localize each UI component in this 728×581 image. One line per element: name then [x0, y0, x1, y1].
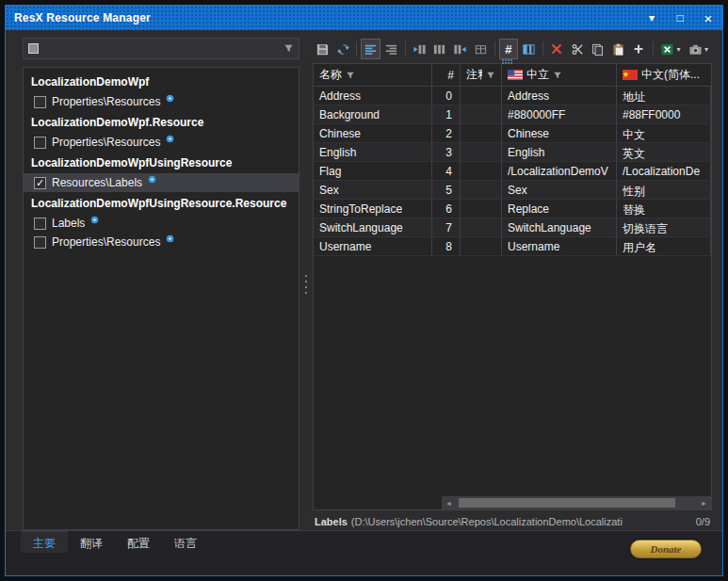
table-cell[interactable]: 4	[432, 162, 461, 180]
table-cell[interactable]: English	[314, 143, 432, 161]
table-cell[interactable]: Sex	[502, 181, 617, 199]
table-cell[interactable]: Replace	[502, 200, 617, 218]
filter-funnel-icon[interactable]	[486, 71, 495, 80]
table-cell[interactable]: Sex	[314, 181, 432, 199]
table-cell[interactable]: 0	[432, 87, 461, 105]
table-cell[interactable]: 5	[432, 181, 461, 199]
tree-item-checkbox[interactable]	[34, 137, 46, 149]
table-cell[interactable]	[461, 181, 502, 199]
table-cell[interactable]: Chinese	[314, 124, 432, 142]
maximize-button[interactable]: □	[666, 6, 694, 30]
horizontal-scrollbar[interactable]: ◄ ►	[442, 496, 711, 509]
tree-item-checkbox[interactable]: ✓	[34, 177, 46, 189]
tree-project-label[interactable]: LocalizationDemoWpfUsingResource.Resourc…	[24, 192, 299, 214]
tree-item-checkbox[interactable]	[34, 218, 46, 230]
table-cell[interactable]: 7	[432, 218, 461, 236]
table-cell[interactable]: 8	[432, 237, 461, 255]
table-row[interactable]: Username8Username用户名	[314, 237, 711, 256]
table-row[interactable]: English3English英文	[314, 143, 711, 162]
tree-filter-box[interactable]	[23, 38, 299, 59]
grid-options-button[interactable]	[471, 39, 491, 59]
table-cell[interactable]	[461, 87, 502, 105]
move-column-left-button[interactable]	[410, 39, 429, 59]
column-layout-button[interactable]	[430, 39, 450, 59]
bottom-tab-0[interactable]: 主要	[21, 531, 68, 553]
table-cell[interactable]: 1	[432, 105, 461, 123]
table-row[interactable]: SwitchLanguage7SwitchLanguage切换语言	[314, 218, 711, 237]
tree-item[interactable]: Properties\Resources	[24, 233, 299, 251]
table-cell[interactable]: 2	[432, 124, 461, 142]
table-row[interactable]: StringToReplace6Replace替换	[314, 200, 711, 218]
title-bar[interactable]: ResX Resource Manager ▾ □ ×	[6, 6, 722, 30]
table-cell[interactable]: Flag	[314, 162, 432, 180]
scrollbar-thumb[interactable]	[459, 498, 675, 508]
column-header[interactable]: #	[432, 64, 461, 86]
table-cell[interactable]: 中文	[617, 124, 711, 142]
scroll-left-arrow[interactable]: ◄	[442, 496, 456, 509]
excel-export-button[interactable]: ▾	[657, 39, 685, 59]
bottom-tab-3[interactable]: 语言	[162, 531, 209, 553]
add-entry-button[interactable]	[629, 39, 649, 59]
toolbar-grip[interactable]	[502, 59, 513, 65]
resource-tree[interactable]: LocalizationDemoWpfProperties\ResourcesL…	[23, 67, 299, 530]
tree-project-label[interactable]: LocalizationDemoWpf.Resource	[24, 111, 299, 133]
column-header[interactable]: 注释	[461, 64, 502, 86]
paste-button[interactable]	[608, 39, 628, 59]
column-header[interactable]: 中立	[502, 64, 617, 86]
table-cell[interactable]: 用户名	[617, 237, 711, 255]
align-right-toggle-button[interactable]	[381, 39, 401, 59]
table-cell[interactable]: English	[502, 143, 617, 161]
table-cell[interactable]: SwitchLanguage	[314, 218, 432, 236]
table-cell[interactable]: 3	[432, 143, 461, 161]
table-row[interactable]: Address0Address地址	[314, 87, 711, 105]
table-row[interactable]: Sex5Sex性别	[314, 181, 711, 200]
table-cell[interactable]	[461, 162, 502, 180]
table-cell[interactable]: Username	[314, 237, 432, 255]
table-cell[interactable]: #88FF0000	[617, 105, 711, 123]
table-cell[interactable]: Address	[314, 87, 432, 105]
table-cell[interactable]: #880000FF	[502, 105, 617, 123]
delete-button[interactable]	[547, 39, 567, 59]
filter-option-icon[interactable]	[28, 43, 39, 54]
table-row[interactable]: Background1#880000FF#88FF0000	[314, 105, 711, 124]
tree-filter-input[interactable]	[39, 42, 283, 56]
filter-funnel-icon[interactable]	[346, 71, 355, 80]
save-button[interactable]	[313, 39, 332, 59]
table-cell[interactable]: 切换语言	[617, 218, 711, 236]
copy-button[interactable]	[588, 39, 607, 59]
refresh-button[interactable]	[333, 39, 353, 59]
bottom-tab-2[interactable]: 配置	[115, 531, 162, 553]
table-cell[interactable]: 替换	[617, 200, 711, 218]
scrollbar-track[interactable]	[456, 496, 697, 509]
invariant-hash-toggle-button[interactable]: #	[499, 39, 519, 59]
table-cell[interactable]: /LocalizationDe	[617, 162, 711, 180]
table-cell[interactable]	[461, 105, 502, 123]
close-button[interactable]: ×	[694, 6, 722, 30]
table-cell[interactable]: Chinese	[502, 124, 617, 142]
filter-funnel-icon[interactable]	[553, 71, 562, 80]
table-columns-button[interactable]	[519, 39, 539, 59]
table-row[interactable]: Chinese2Chinese中文	[314, 124, 711, 143]
table-cell[interactable]	[461, 218, 502, 236]
table-row[interactable]: Flag4/LocalizationDemoV/LocalizationDe	[314, 162, 711, 181]
table-cell[interactable]: 性别	[617, 181, 711, 199]
column-header[interactable]: 名称	[314, 64, 432, 86]
column-header[interactable]: 中文(简体...	[617, 64, 711, 86]
table-cell[interactable]	[461, 143, 502, 161]
table-cell[interactable]: 地址	[617, 87, 711, 105]
panel-splitter[interactable]	[299, 38, 313, 530]
align-left-toggle-button[interactable]	[361, 39, 380, 59]
table-cell[interactable]: StringToReplace	[314, 200, 432, 218]
tree-project-label[interactable]: LocalizationDemoWpf	[24, 71, 299, 92]
tree-project-label[interactable]: LocalizationDemoWpfUsingResource	[24, 152, 299, 173]
scroll-right-arrow[interactable]: ►	[697, 496, 711, 509]
tree-item[interactable]: ✓Resources\Labels	[24, 173, 299, 192]
table-cell[interactable]: 英文	[617, 143, 711, 161]
table-cell[interactable]	[461, 200, 502, 218]
collapse-button[interactable]: ▾	[638, 6, 666, 30]
tree-item-checkbox[interactable]	[34, 96, 46, 108]
table-cell[interactable]: /LocalizationDemoV	[502, 162, 617, 180]
tree-item-checkbox[interactable]	[34, 236, 46, 249]
move-column-right-button[interactable]	[450, 39, 470, 59]
tree-item[interactable]: Properties\Resources	[24, 92, 299, 111]
